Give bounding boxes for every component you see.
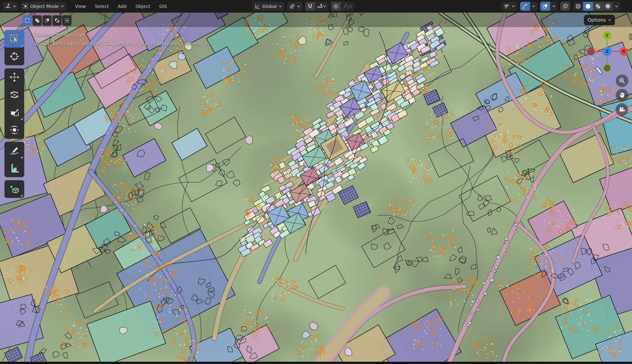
select-mode-invert[interactable] <box>52 15 62 26</box>
solid-sphere-icon <box>585 4 591 9</box>
falloff-curve-icon <box>343 4 349 9</box>
chevron-down-icon <box>279 5 282 8</box>
tool-select-box[interactable] <box>4 30 24 48</box>
tool-annotate[interactable] <box>4 142 24 160</box>
tool-more-indicator <box>20 194 23 197</box>
show-overlays-toggle[interactable] <box>540 2 550 11</box>
gizmo-z-label: Z <box>606 49 609 54</box>
wireframe-sphere-icon <box>575 4 581 9</box>
chevron-down-icon <box>608 19 611 21</box>
snap-increment-icon <box>317 4 323 9</box>
select-invert-icon <box>54 18 60 24</box>
proportional-editing-icon <box>333 4 339 9</box>
tool-move[interactable] <box>4 68 24 86</box>
mode-dropdown[interactable]: Object Mode <box>20 2 66 11</box>
proportional-edit-toggle[interactable] <box>331 2 341 11</box>
hand-icon <box>619 92 626 98</box>
snap-target-dropdown[interactable] <box>315 2 328 11</box>
chevron-down-icon <box>349 5 352 8</box>
shading-solid[interactable] <box>583 2 593 11</box>
menu-add[interactable]: Add <box>117 3 127 10</box>
tool-cursor[interactable] <box>4 48 24 65</box>
select-mode-subtract[interactable] <box>42 15 52 26</box>
scale-icon <box>9 107 20 118</box>
xray-group <box>560 2 570 11</box>
select-mode-intersect[interactable] <box>62 15 72 26</box>
select-mode-new[interactable] <box>22 15 32 26</box>
viewport-canvas[interactable] <box>0 13 632 364</box>
viewport-overlay-text: Camera Perspective (6) CR_Belorado_Camin… <box>34 31 212 48</box>
options-button[interactable]: Options <box>584 15 615 25</box>
mode-label: Object Mode <box>30 4 59 9</box>
menu-gis[interactable]: GIS <box>159 3 167 10</box>
material-sphere-icon <box>595 4 601 9</box>
gizmo-y-negative-ball[interactable] <box>604 64 611 72</box>
gizmo-x-negative-ball[interactable] <box>587 48 595 55</box>
proportional-edit-group <box>331 2 354 11</box>
overlays-group <box>540 2 557 11</box>
tool-rotate[interactable] <box>4 86 24 104</box>
shading-material[interactable] <box>593 2 603 11</box>
shading-group <box>573 2 620 11</box>
editor-type-button[interactable] <box>3 2 18 11</box>
chevron-down-icon <box>61 5 64 8</box>
add-cube-icon <box>9 184 20 194</box>
show-hide-icon <box>504 4 510 9</box>
tool-measure[interactable] <box>4 160 24 177</box>
active-object-label: (6) CR_Belorado_Caminos | CR_Belorado_Ba… <box>34 39 212 48</box>
3d-viewport[interactable]: Options Camera Perspective (6) CR_Belora… <box>0 13 632 364</box>
measure-icon <box>9 163 20 174</box>
xray-toggle[interactable] <box>560 2 570 11</box>
gizmos-icon <box>522 4 528 9</box>
move-icon <box>9 72 20 82</box>
tool-add-cube[interactable] <box>4 180 24 198</box>
chevron-down-icon <box>512 5 515 8</box>
select-mode-extend[interactable] <box>32 15 42 26</box>
visibility-dropdown[interactable] <box>501 2 517 11</box>
menu-view[interactable]: View <box>75 3 86 10</box>
camera-view-button[interactable] <box>616 103 628 116</box>
sidebar-toggle-tab[interactable]: ‹ <box>629 34 632 40</box>
camera-passepartout <box>0 13 632 27</box>
options-label: Options <box>588 17 606 23</box>
menu-object[interactable]: Object <box>135 3 151 10</box>
camera-icon <box>618 106 625 113</box>
proportional-falloff-dropdown[interactable] <box>341 2 354 11</box>
menu-select[interactable]: Select <box>94 3 109 10</box>
tool-transform[interactable] <box>4 121 24 139</box>
navigation-gizmo[interactable]: Y X Z <box>586 30 629 73</box>
object-mode-icon <box>23 4 28 9</box>
show-gizmos-toggle[interactable] <box>520 2 530 11</box>
magnet-icon <box>307 4 313 9</box>
pivot-point-icon <box>289 4 295 9</box>
annotate-pen-icon <box>9 146 20 156</box>
rotate-icon <box>9 90 20 100</box>
shading-wireframe[interactable] <box>573 2 583 11</box>
select-box-icon <box>9 34 20 44</box>
gizmo-x-label: X <box>622 49 626 54</box>
view-name-label: Camera Perspective <box>34 31 212 39</box>
orientation-label: Global <box>262 4 277 9</box>
pivot-point-dropdown[interactable] <box>287 2 302 11</box>
chevron-down-icon <box>552 5 555 8</box>
pan-button[interactable] <box>616 89 628 102</box>
gizmos-dropdown[interactable] <box>530 2 537 11</box>
transform-icon <box>9 125 20 135</box>
shading-dropdown[interactable] <box>613 2 620 11</box>
chevron-down-icon <box>13 5 16 8</box>
zoom-button[interactable] <box>616 74 628 87</box>
transform-orientation-dropdown[interactable]: Global <box>252 2 284 11</box>
shading-rendered[interactable] <box>603 2 613 11</box>
zoom-icon <box>619 77 626 84</box>
gizmos-group <box>520 2 537 11</box>
tool-more-indicator <box>20 156 23 158</box>
select-extend-icon <box>34 18 40 24</box>
rendered-sphere-icon <box>605 4 611 9</box>
overlays-dropdown[interactable] <box>550 2 557 11</box>
toolbar <box>4 30 24 201</box>
chevron-down-icon <box>323 5 326 8</box>
tool-more-indicator <box>20 118 23 120</box>
topbar: Object Mode View Select Add Object GIS G… <box>0 0 632 13</box>
tool-scale[interactable] <box>4 104 24 121</box>
snap-toggle[interactable] <box>305 2 315 11</box>
